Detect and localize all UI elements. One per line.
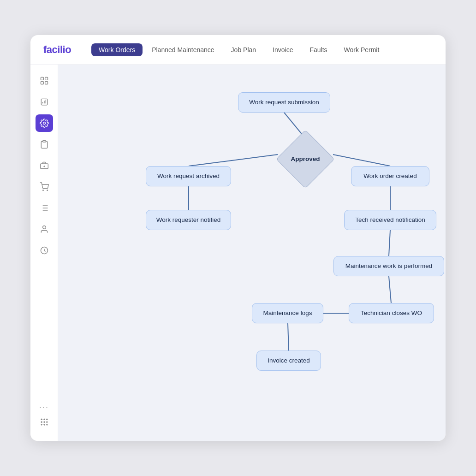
svg-point-8 <box>43 122 45 125</box>
svg-point-21 <box>42 226 46 229</box>
logo: facilio <box>43 44 71 56</box>
svg-line-40 <box>288 323 289 351</box>
sidebar-more[interactable]: ··· <box>39 402 49 412</box>
svg-point-24 <box>44 419 45 420</box>
flowchart-node-approved-diamond[interactable]: Approved <box>278 131 333 187</box>
nav-tab-job-plan[interactable]: Job Plan <box>224 43 263 56</box>
sidebar-icon-tools[interactable] <box>36 157 53 174</box>
flowchart-node-work-request-submission[interactable]: Work request submission <box>238 92 330 113</box>
flowchart-node-invoice-created[interactable]: Invoice created <box>256 351 321 371</box>
sidebar-icon-settings-gear[interactable] <box>36 114 53 132</box>
svg-point-29 <box>41 424 42 425</box>
svg-line-38 <box>389 276 391 303</box>
sidebar-icon-clipboard[interactable] <box>36 136 53 153</box>
svg-point-13 <box>42 190 43 191</box>
svg-rect-2 <box>41 82 43 84</box>
svg-point-27 <box>44 422 45 422</box>
nav-tab-faults[interactable]: Faults <box>302 43 334 56</box>
svg-point-31 <box>46 424 47 425</box>
flowchart-node-maintenance-logs[interactable]: Maintenance logs <box>252 303 323 323</box>
flowchart-node-work-request-archived[interactable]: Work request archived <box>146 166 231 186</box>
flowchart-node-maintenance-work-performed[interactable]: Maintenance work is performed <box>333 256 444 276</box>
main-content: Work request submissionApprovedWork requ… <box>58 65 446 441</box>
connectors-svg <box>58 65 446 441</box>
flowchart-node-work-order-created[interactable]: Work order created <box>351 166 429 186</box>
flowchart-node-tech-received-notification[interactable]: Tech received notification <box>344 210 436 230</box>
svg-point-14 <box>47 190 48 191</box>
app-window: facilio Work OrdersPlanned MaintenanceJo… <box>30 35 446 441</box>
sidebar-icon-cart[interactable] <box>36 178 53 196</box>
svg-rect-3 <box>45 82 48 84</box>
flowchart-node-technician-closes-wo[interactable]: Technician closes WO <box>349 303 434 323</box>
nav-tab-planned-maintenance[interactable]: Planned Maintenance <box>144 43 221 56</box>
svg-point-28 <box>46 422 47 422</box>
svg-line-33 <box>189 155 278 166</box>
diagram-canvas: Work request submissionApprovedWork requ… <box>58 65 446 441</box>
svg-line-37 <box>389 230 390 256</box>
svg-rect-1 <box>45 77 48 80</box>
sidebar: ··· <box>30 65 58 441</box>
svg-rect-0 <box>41 77 43 80</box>
nav-tab-work-orders[interactable]: Work Orders <box>91 43 143 56</box>
nav-tabs: Work OrdersPlanned MaintenanceJob PlanIn… <box>91 43 387 56</box>
svg-point-23 <box>41 419 42 420</box>
body-area: ··· <box>30 65 446 441</box>
nav-tab-invoice[interactable]: Invoice <box>265 43 300 56</box>
sidebar-icon-reports[interactable] <box>36 93 53 111</box>
svg-line-35 <box>333 155 390 166</box>
svg-point-30 <box>44 424 45 425</box>
svg-rect-9 <box>42 141 46 142</box>
sidebar-icon-person[interactable] <box>36 220 53 238</box>
diamond-label: Approved <box>291 155 320 164</box>
sidebar-icon-list[interactable] <box>36 199 53 217</box>
top-nav: facilio Work OrdersPlanned MaintenanceJo… <box>30 35 446 65</box>
svg-point-26 <box>41 422 42 422</box>
flowchart-node-work-requester-notified[interactable]: Work requester notified <box>146 210 231 230</box>
sidebar-grid-icon[interactable] <box>40 417 49 429</box>
nav-tab-work-permit[interactable]: Work Permit <box>337 43 387 56</box>
sidebar-icon-badge[interactable] <box>36 242 53 259</box>
sidebar-icon-dashboard[interactable] <box>36 72 53 89</box>
svg-point-25 <box>46 419 47 420</box>
